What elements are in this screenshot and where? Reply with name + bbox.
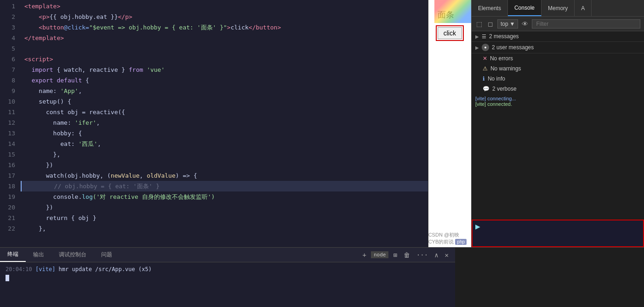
- vite-messages: [vite] connecting... [vite] connected.: [472, 94, 644, 109]
- group-icon: ☰: [482, 34, 486, 40]
- add-terminal-button[interactable]: +: [360, 251, 368, 259]
- code-line: }): [21, 160, 428, 170]
- tab-memory[interactable]: Memory: [541, 0, 575, 16]
- code-line: <template>: [21, 1, 428, 12]
- preview-panel: 面条 click CSDN @初映CYB的前说 php: [428, 0, 471, 247]
- chevron-down-icon: ▼: [510, 21, 515, 27]
- collapse-button[interactable]: ∧: [433, 251, 440, 259]
- console-item-errors[interactable]: ✕ No errors: [472, 53, 644, 64]
- preview-thumbnail: [434, 0, 471, 23]
- code-line: name: 'App',: [21, 86, 428, 96]
- vite-connecting: [vite] connecting...: [475, 96, 640, 101]
- tab-elements[interactable]: Elements: [472, 0, 508, 16]
- cursor: [6, 275, 9, 281]
- close-terminal-button[interactable]: ✕: [443, 251, 450, 259]
- no-errors-label: No errors: [490, 55, 513, 62]
- prompt-arrow-icon: ▶: [475, 223, 480, 230]
- code-content[interactable]: <template> <p>{{ obj.hobby.eat }}</p> <b…: [21, 0, 428, 247]
- terminal-content[interactable]: 20:04:10 [vite] hmr update /src/App.vue …: [0, 262, 455, 307]
- terminal-controls: + node ⊞ 🗑 ··· ∧ ✕: [360, 248, 455, 262]
- info-icon: ℹ: [483, 75, 485, 82]
- code-line: import { watch, reactive } from 'vue': [21, 64, 428, 75]
- code-line: hobby: {: [21, 128, 428, 139]
- no-warnings-label: No warnings: [490, 65, 521, 72]
- preview-content: 面条 click: [428, 0, 471, 247]
- bottom-area: 终端 输出 调试控制台 问题 + node ⊞ 🗑 ··· ∧ ✕: [0, 247, 644, 307]
- terminal-tab-debug[interactable]: 调试控制台: [51, 248, 94, 262]
- triangle-icon: ▶: [475, 34, 479, 39]
- no-info-label: No info: [488, 75, 505, 82]
- terminal-tabs: 终端 输出 调试控制台 问题 + node ⊞ 🗑 ··· ∧ ✕: [0, 248, 455, 262]
- terminal-cursor-line: [6, 273, 450, 282]
- top-selector[interactable]: top ▼: [497, 19, 519, 29]
- code-line: console.log('对 reactive 自身的修改不会触发监听'): [21, 191, 428, 202]
- code-line: watch(obj.hobby, (newValue, oldValue) =>…: [21, 170, 428, 181]
- verbose-icon: 💬: [483, 86, 490, 92]
- user-icon: ●: [482, 44, 489, 51]
- inspect-icon[interactable]: ◻: [486, 20, 495, 28]
- tab-console[interactable]: Console: [508, 0, 541, 16]
- code-line: eat: '西瓜',: [21, 139, 428, 149]
- vite-connected: [vite] connected.: [475, 101, 640, 107]
- filter-input[interactable]: [532, 19, 640, 29]
- messages-group-header[interactable]: ▶ ☰ 2 messages: [472, 31, 644, 41]
- split-terminal-button[interactable]: ⊞: [391, 251, 399, 259]
- warn-icon: ⚠: [483, 65, 488, 72]
- code-line: },: [21, 149, 428, 160]
- cursor-icon[interactable]: ⬚: [475, 20, 484, 28]
- user-messages-label: 2 user messages: [492, 44, 534, 51]
- code-line: <script>: [21, 54, 428, 64]
- console-group-user: ▶ ● 2 user messages: [472, 42, 644, 53]
- code-line: [21, 43, 428, 54]
- terminal-log-line: 20:04:10 [vite] hmr update /src/App.vue …: [6, 265, 450, 273]
- code-line: },: [21, 223, 428, 234]
- console-item-info[interactable]: ℹ No info: [472, 74, 644, 84]
- vite-label: [vite]: [35, 266, 59, 272]
- code-line: }): [21, 202, 428, 213]
- terminal-tab-output[interactable]: 输出: [26, 248, 51, 262]
- console-item-warnings[interactable]: ⚠ No warnings: [472, 64, 644, 74]
- tab-a[interactable]: A: [575, 0, 592, 16]
- console-messages: ▶ ☰ 2 messages ▶ ● 2 user messages ✕ No …: [472, 31, 644, 220]
- timestamp: 20:04:10: [6, 266, 32, 272]
- hmr-log: hmr update /src/App.vue (x5): [59, 266, 152, 272]
- triangle-icon: ▶: [475, 45, 479, 50]
- devtools-bottom-filler: [455, 247, 644, 307]
- editor-panel: 12345 678910 1112131415 1617181920 2122 …: [0, 0, 428, 247]
- code-line: return { obj }: [21, 213, 428, 223]
- node-label: node: [371, 251, 389, 258]
- console-prompt-area[interactable]: ▶: [472, 220, 644, 247]
- terminal-tab-problems[interactable]: 问题: [94, 248, 120, 262]
- watermark: CSDN @初映CYB的前说 php: [428, 232, 469, 245]
- code-line: const obj = reactive({: [21, 107, 428, 117]
- code-line-active: // obj.hobby = { eat: '面条' }: [21, 181, 428, 191]
- messages-label: 2 messages: [489, 33, 519, 40]
- verbose-label: 2 verbose: [492, 86, 517, 92]
- code-line: </template>: [21, 33, 428, 43]
- eye-icon[interactable]: 👁: [521, 20, 529, 28]
- code-line: <button @click="$event => obj.hobby = { …: [21, 22, 428, 33]
- terminal-tab-terminal[interactable]: 终端: [0, 248, 26, 262]
- console-group-messages: ▶ ☰ 2 messages: [472, 31, 644, 42]
- more-options-button[interactable]: ···: [415, 251, 430, 259]
- code-line: <p>{{ obj.hobby.eat }}</p>: [21, 12, 428, 22]
- code-line: export default {: [21, 75, 428, 86]
- line-numbers: 12345 678910 1112131415 1617181920 2122: [0, 0, 21, 247]
- console-item-verbose[interactable]: 💬 2 verbose: [472, 84, 644, 94]
- error-icon: ✕: [483, 55, 487, 62]
- code-line: name: 'ifer',: [21, 117, 428, 128]
- php-badge: php: [455, 239, 467, 245]
- delete-terminal-button[interactable]: 🗑: [402, 251, 412, 259]
- devtools-tabs: Elements Console Memory A: [472, 0, 644, 17]
- code-line: setup() {: [21, 96, 428, 107]
- preview-click-button[interactable]: click: [438, 27, 462, 39]
- user-group-header[interactable]: ▶ ● 2 user messages: [472, 42, 644, 53]
- devtools-panel: Elements Console Memory A ⬚ ◻ top ▼ 👁: [471, 0, 644, 247]
- devtools-toolbar: ⬚ ◻ top ▼ 👁: [472, 17, 644, 31]
- terminal-panel: 终端 输出 调试控制台 问题 + node ⊞ 🗑 ··· ∧ ✕: [0, 247, 455, 307]
